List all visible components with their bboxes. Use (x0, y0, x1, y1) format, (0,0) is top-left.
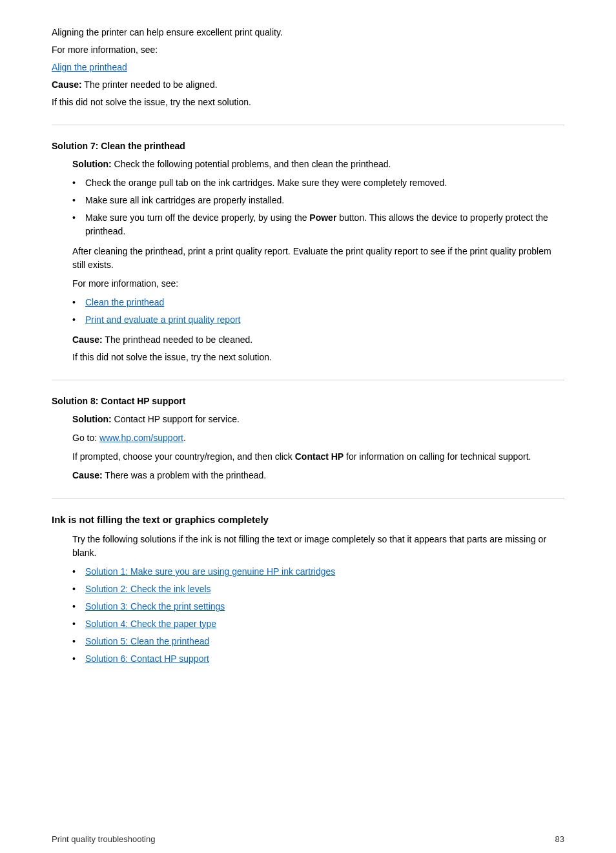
solution7-label: Solution: Check the following potential … (72, 158, 564, 171)
intro-line2: For more information, see: (52, 43, 564, 57)
cause-text: The printer needed to be aligned. (82, 79, 218, 90)
ink-solution-4[interactable]: Solution 4: Check the paper type (72, 617, 564, 631)
bullet-item-3: Make sure you turn off the device proper… (72, 211, 564, 238)
solution8-cause-text: There was a problem with the printhead. (103, 470, 266, 480)
solution8-para1: If prompted, choose your country/region,… (72, 450, 564, 464)
intro-section: Aligning the printer can help ensure exc… (52, 26, 564, 109)
solution8-block: Solution 8: Contact HP support Solution:… (52, 396, 564, 482)
ink-solution-1-link[interactable]: Solution 1: Make sure you are using genu… (85, 566, 335, 577)
divider-1 (52, 125, 564, 125)
ink-solution-3-link[interactable]: Solution 3: Check the print settings (85, 601, 225, 611)
align-printhead-link[interactable]: Align the printhead (52, 62, 127, 72)
hp-support-link[interactable]: www.hp.com/support (99, 433, 183, 443)
solution7-bullets: Check the orange pull tab on the ink car… (72, 176, 564, 238)
ink-solution-2-link[interactable]: Solution 2: Check the ink levels (85, 584, 211, 594)
solution7-link-item-2[interactable]: Print and evaluate a print quality repor… (72, 313, 564, 327)
solution8-heading: Solution 8: Contact HP support (52, 396, 564, 406)
print-evaluate-link[interactable]: Print and evaluate a print quality repor… (85, 314, 240, 325)
clean-printhead-link[interactable]: Clean the printhead (85, 297, 164, 307)
solution7-next: If this did not solve the issue, try the… (72, 351, 564, 364)
solution7-for-more: For more information, see: (72, 277, 564, 291)
divider-3 (52, 498, 564, 498)
solution8-body: Solution: Contact HP support for service… (72, 413, 564, 482)
solution8-text: Contact HP support for service. (112, 414, 240, 424)
solution7-cause-label: Cause: (72, 334, 103, 345)
goto-text: Go to: (72, 433, 99, 443)
solution8-bold-label: Solution: (72, 414, 112, 424)
solution8-label: Solution: Contact HP support for service… (72, 413, 564, 426)
ink-solution-6[interactable]: Solution 6: Contact HP support (72, 652, 564, 666)
cause-label: Cause: (52, 79, 82, 90)
solution7-para1: After cleaning the printhead, print a pr… (72, 245, 564, 272)
solution8-goto: Go to: www.hp.com/support. (72, 431, 564, 445)
ink-intro: Try the following solutions if the ink i… (72, 533, 564, 560)
solution7-link-item-1[interactable]: Clean the printhead (72, 296, 564, 309)
para1-end: for information on calling for technical… (344, 451, 531, 462)
solution7-body: Solution: Check the following potential … (72, 158, 564, 364)
solution8-cause-label: Cause: (72, 470, 103, 480)
contact-hp-bold: Contact HP (295, 451, 344, 462)
goto-period: . (183, 433, 186, 443)
ink-solution-6-link[interactable]: Solution 6: Contact HP support (85, 653, 209, 664)
intro-line1: Aligning the printer can help ensure exc… (52, 26, 564, 39)
solution7-cause: Cause: The printhead needed to be cleane… (72, 333, 564, 347)
ink-solution-3[interactable]: Solution 3: Check the print settings (72, 600, 564, 613)
ink-solution-4-link[interactable]: Solution 4: Check the paper type (85, 619, 216, 629)
solution7-text: Check the following potential problems, … (112, 159, 391, 169)
para1-start: If prompted, choose your country/region,… (72, 451, 295, 462)
solution7-links-list: Clean the printhead Print and evaluate a… (72, 296, 564, 327)
footer-left-text: Print quality troubleshooting (52, 834, 155, 844)
bullet-item-1: Check the orange pull tab on the ink car… (72, 176, 564, 190)
ink-solutions-list: Solution 1: Make sure you are using genu… (72, 565, 564, 666)
solution8-cause: Cause: There was a problem with the prin… (72, 469, 564, 482)
divider-2 (52, 380, 564, 380)
solution7-heading: Solution 7: Clean the printhead (52, 141, 564, 151)
solution7-cause-text: The printhead needed to be cleaned. (103, 334, 252, 345)
solution7-block: Solution 7: Clean the printhead Solution… (52, 141, 564, 364)
footer-page-number: 83 (555, 834, 564, 844)
ink-solution-5-link[interactable]: Solution 5: Clean the printhead (85, 636, 209, 646)
intro-next-solution: If this did not solve the issue, try the… (52, 96, 564, 109)
ink-solution-5[interactable]: Solution 5: Clean the printhead (72, 635, 564, 648)
power-bold: Power (309, 212, 336, 223)
ink-section: Ink is not filling the text or graphics … (52, 514, 564, 666)
ink-solution-2[interactable]: Solution 2: Check the ink levels (72, 582, 564, 596)
footer: Print quality troubleshooting 83 (0, 825, 616, 853)
solution7-bold-label: Solution: (72, 159, 112, 169)
ink-section-heading: Ink is not filling the text or graphics … (52, 514, 564, 525)
intro-cause: Cause: The printer needed to be aligned. (52, 78, 564, 92)
ink-solution-1[interactable]: Solution 1: Make sure you are using genu… (72, 565, 564, 579)
intro-link-align[interactable]: Align the printhead (52, 61, 564, 74)
ink-section-body: Try the following solutions if the ink i… (72, 533, 564, 666)
bullet-item-2: Make sure all ink cartridges are properl… (72, 194, 564, 207)
